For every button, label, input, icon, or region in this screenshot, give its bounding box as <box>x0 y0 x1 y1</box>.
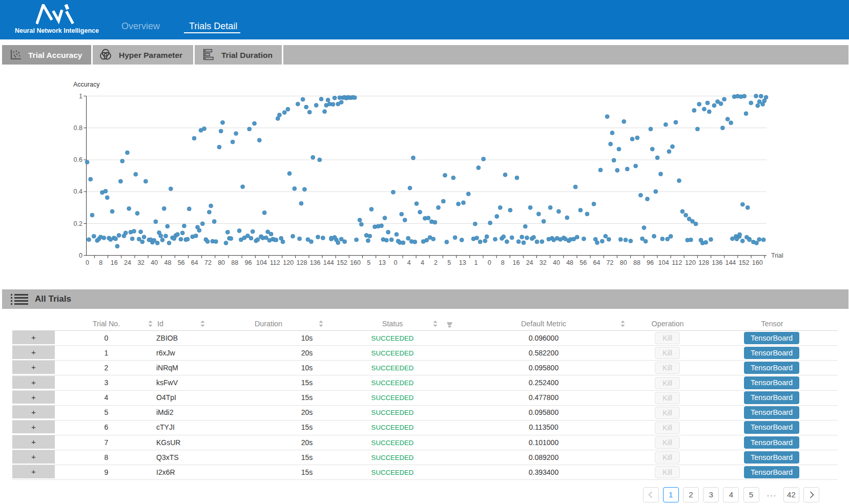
svg-text:48: 48 <box>566 259 573 266</box>
svg-text:96: 96 <box>647 259 654 266</box>
svg-text:4: 4 <box>421 259 424 266</box>
svg-text:0: 0 <box>79 252 82 259</box>
svg-text:120: 120 <box>283 259 294 266</box>
svg-text:16: 16 <box>111 259 118 266</box>
svg-text:13: 13 <box>459 259 466 266</box>
svg-text:88: 88 <box>231 259 238 266</box>
svg-text:32: 32 <box>137 259 144 266</box>
svg-text:56: 56 <box>178 259 185 266</box>
svg-text:144: 144 <box>725 259 736 266</box>
svg-text:0.6: 0.6 <box>74 156 82 163</box>
svg-text:2: 2 <box>434 259 438 266</box>
svg-text:1: 1 <box>474 259 478 266</box>
svg-text:0: 0 <box>488 259 491 266</box>
svg-text:128: 128 <box>297 259 307 266</box>
svg-text:120: 120 <box>685 259 696 266</box>
svg-text:88: 88 <box>633 259 640 266</box>
svg-text:72: 72 <box>204 259 212 266</box>
svg-text:80: 80 <box>218 259 225 266</box>
svg-text:136: 136 <box>712 259 722 266</box>
svg-text:128: 128 <box>698 259 709 266</box>
svg-text:5: 5 <box>367 259 370 266</box>
svg-text:1: 1 <box>79 93 82 100</box>
svg-text:40: 40 <box>553 259 560 266</box>
svg-text:0.2: 0.2 <box>74 220 82 227</box>
svg-text:104: 104 <box>256 259 267 266</box>
svg-text:104: 104 <box>658 259 669 266</box>
svg-text:8: 8 <box>501 259 505 266</box>
svg-text:80: 80 <box>620 259 627 266</box>
svg-text:40: 40 <box>151 259 158 266</box>
svg-text:24: 24 <box>526 259 533 266</box>
svg-text:64: 64 <box>593 259 600 266</box>
svg-text:4: 4 <box>407 259 411 266</box>
svg-text:112: 112 <box>672 259 682 266</box>
svg-text:24: 24 <box>124 259 131 266</box>
svg-text:56: 56 <box>579 259 587 266</box>
svg-text:144: 144 <box>323 259 334 266</box>
svg-text:Trial: Trial <box>771 252 783 259</box>
svg-text:32: 32 <box>540 259 547 266</box>
svg-text:72: 72 <box>607 259 614 266</box>
svg-text:160: 160 <box>752 259 763 266</box>
svg-text:112: 112 <box>270 259 280 266</box>
svg-text:64: 64 <box>191 259 198 266</box>
svg-text:16: 16 <box>513 259 520 266</box>
svg-text:0.8: 0.8 <box>74 124 82 132</box>
svg-text:8: 8 <box>99 259 102 266</box>
svg-text:0: 0 <box>86 259 89 266</box>
svg-text:13: 13 <box>379 259 386 266</box>
svg-text:152: 152 <box>337 259 347 266</box>
svg-text:48: 48 <box>164 259 171 266</box>
svg-text:Accuracy: Accuracy <box>73 81 100 88</box>
svg-text:136: 136 <box>310 259 321 266</box>
svg-text:0.4: 0.4 <box>74 188 82 195</box>
svg-text:5: 5 <box>447 259 451 266</box>
svg-text:152: 152 <box>739 259 750 266</box>
svg-text:0: 0 <box>394 259 398 266</box>
svg-text:160: 160 <box>350 259 361 266</box>
svg-text:96: 96 <box>244 259 252 266</box>
